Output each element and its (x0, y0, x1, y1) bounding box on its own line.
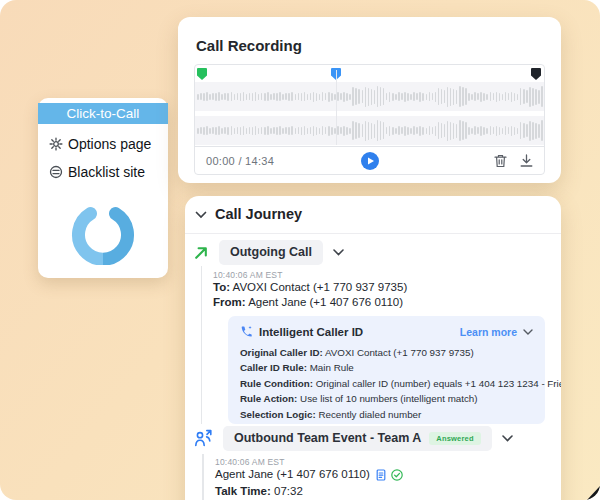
waveform-bar (477, 127, 479, 134)
panel-title: Call Recording (196, 37, 302, 54)
menu-item-options-page[interactable]: Options page (38, 136, 168, 152)
waveform-bar (529, 87, 531, 107)
waveform-bar (383, 88, 385, 105)
waveform-bar (343, 126, 345, 136)
status-badge: Answered (429, 432, 480, 445)
waveform-bar (541, 120, 543, 141)
waveform-bar (419, 92, 421, 102)
waveform-bar (200, 93, 202, 100)
waveform-bar (422, 93, 424, 101)
start-marker[interactable] (197, 68, 207, 81)
waveform-bar (471, 94, 473, 100)
waveform-bar (410, 128, 412, 134)
waveform-bar (319, 94, 321, 100)
play-button[interactable] (361, 152, 379, 170)
waveform-bar (541, 86, 543, 107)
waveform-bar (206, 92, 208, 101)
waveform-panel[interactable]: 00:00 / 14:34 (194, 64, 545, 175)
waveform-bar (535, 89, 537, 105)
waveform-bar (328, 126, 330, 136)
collapse-chevron-icon[interactable] (195, 211, 207, 219)
waveform-bar (215, 127, 217, 135)
event-chip-outbound-team[interactable]: Outbound Team Event - Team A Answered (223, 426, 492, 451)
waveform-bar (325, 127, 327, 134)
waveform-bar (535, 123, 537, 139)
waveform-bar (514, 93, 516, 101)
waveform-bar (261, 127, 263, 134)
waveform-bar (529, 121, 531, 141)
waveform-bar (371, 89, 373, 105)
waveform-bar (374, 90, 376, 104)
blocked-icon (49, 165, 63, 179)
waveform-bar (276, 93, 278, 101)
end-marker[interactable] (531, 68, 541, 81)
waveform-bar (295, 94, 297, 100)
waveform-bar (523, 123, 525, 138)
trash-icon[interactable] (494, 154, 507, 168)
playhead-line (336, 70, 338, 145)
waveform-bar (520, 122, 522, 139)
recording-controls: 00:00 / 14:34 (195, 146, 544, 174)
waveform-bar (288, 93, 290, 101)
waveform-bar (279, 92, 281, 101)
waveform-bar (340, 93, 342, 100)
waveform-bar (197, 94, 199, 100)
waveform-bar (407, 93, 409, 101)
download-icon[interactable] (520, 154, 533, 167)
waveform-bar (444, 124, 446, 137)
waveform-bar (477, 93, 479, 100)
waveform-bar (377, 86, 379, 107)
caller-id-field: Rule Action: Use list of 10 numbers (int… (240, 391, 533, 406)
chevron-down-icon[interactable] (523, 329, 533, 335)
waveform-bar (355, 88, 357, 105)
waveform-bar (349, 128, 351, 134)
waveform-bar (337, 92, 339, 101)
call-journey-panel: Call Journey Outgoing Call 10:40:06 AM E… (185, 196, 561, 500)
waveform-bar (346, 127, 348, 135)
event-chip-outgoing-call[interactable]: Outgoing Call (219, 240, 323, 265)
event-timestamp: 10:40:06 AM EST (213, 270, 283, 280)
waveform-bar (243, 126, 245, 135)
learn-more-link[interactable]: Learn more (460, 326, 517, 338)
waveform-bar (462, 87, 464, 106)
waveform-bar (435, 126, 437, 136)
waveform-bar (490, 92, 492, 101)
waveform-bar (392, 93, 394, 101)
waveform-bar (298, 127, 300, 134)
waveform-bar (203, 127, 205, 135)
waveform-bar (291, 126, 293, 135)
waveform-bar (368, 122, 370, 140)
waveform-bar (212, 93, 214, 100)
menu-item-label: Options page (68, 136, 151, 152)
menu-item-label: Blacklist site (68, 164, 145, 180)
waveform-bar (362, 90, 364, 103)
waveform-bar (368, 88, 370, 106)
waveform-bar (279, 126, 281, 135)
chevron-down-icon[interactable] (502, 435, 513, 442)
waveform-bar (499, 93, 501, 101)
caller-id-title: Intelligent Caller ID (259, 326, 363, 338)
waveform-bar (310, 127, 312, 134)
waveform-bar (365, 121, 367, 141)
waveform-bar (474, 126, 476, 135)
copy-icon[interactable] (375, 469, 386, 481)
waveform-bar (237, 93, 239, 100)
waveform-bar (240, 127, 242, 135)
waveform-bar (298, 93, 300, 100)
waveform-bar (419, 126, 421, 136)
waveform-bar (258, 94, 260, 100)
waveform-bar (355, 122, 357, 139)
team-outbound-icon (194, 429, 213, 448)
waveform-bar (538, 124, 540, 138)
waveform-bar (395, 128, 397, 134)
outgoing-arrow-icon (193, 245, 209, 261)
power-icon[interactable] (67, 193, 139, 265)
waveform-bar (252, 93, 254, 101)
waveform-bar (346, 93, 348, 101)
menu-item-blacklist-site[interactable]: Blacklist site (38, 164, 168, 180)
waveform-bar (426, 128, 428, 134)
waveform-bar (362, 124, 364, 137)
waveform-bar (499, 127, 501, 135)
panel-title: Call Journey (215, 206, 302, 222)
chevron-down-icon[interactable] (333, 249, 344, 256)
